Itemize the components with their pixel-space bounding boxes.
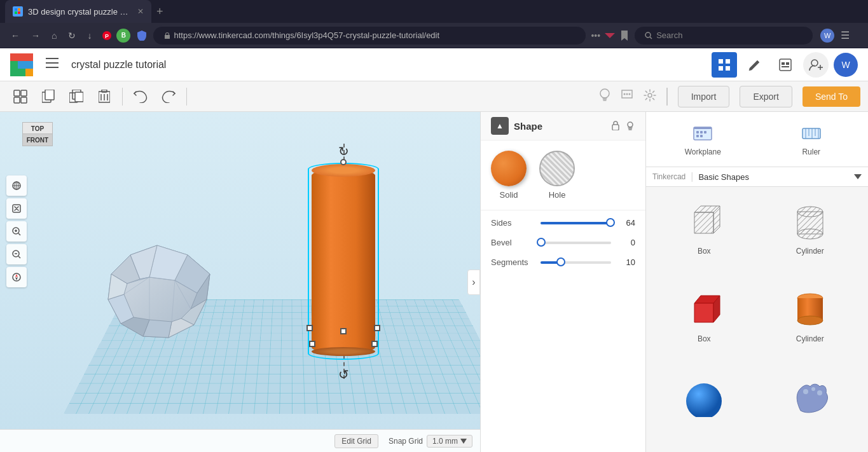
copy-button[interactable]	[36, 84, 61, 109]
scale-handle-center[interactable]	[340, 328, 347, 334]
more-options-button[interactable]: •••	[591, 31, 600, 41]
svg-rect-80	[694, 127, 712, 129]
user-avatar[interactable]: W	[834, 53, 858, 77]
solid-option[interactable]: Solid	[491, 151, 527, 200]
add-user-button[interactable]	[803, 52, 829, 78]
view-cube-front[interactable]: FRONT	[22, 134, 53, 146]
pocket-icon[interactable]	[604, 31, 616, 41]
scale-handle-bottom-left[interactable]	[307, 325, 313, 331]
scale-handle-bottom-right[interactable]	[374, 325, 380, 331]
import-button[interactable]: Import	[678, 86, 730, 107]
tinkercad-logo[interactable]	[10, 53, 33, 76]
bevel-thumb[interactable]	[537, 238, 546, 247]
box-grey-label: Box	[698, 247, 711, 256]
scale-handle-top[interactable]	[340, 159, 347, 165]
fit-view-button[interactable]	[6, 198, 27, 219]
segments-thumb[interactable]	[556, 257, 565, 266]
back-button[interactable]: ←	[8, 29, 23, 42]
segments-slider[interactable]	[541, 261, 611, 264]
3d-viewport[interactable]: ↻ ↺ TOP FRONT	[0, 112, 645, 452]
view-cube-top[interactable]: TOP	[22, 122, 53, 135]
shape-item-cylinder-grey[interactable]: Cylinder	[757, 192, 864, 280]
shape-item-irregular[interactable]	[757, 368, 864, 447]
viewport-footer: Edit Grid Snap Grid 1.0 mm	[0, 429, 480, 452]
svg-rect-12	[726, 59, 730, 64]
hole-option[interactable]: Hole	[539, 151, 575, 200]
library-selector[interactable]: Tinkercad | Basic Shapes	[646, 167, 868, 187]
toolbar-separator-2	[186, 88, 187, 106]
chat-bubble-icon[interactable]	[621, 89, 633, 104]
url-bar[interactable]: https://www.tinkercad.com/things/6Isyl3p…	[153, 27, 586, 45]
shape-item-box-grey[interactable]: Box	[651, 192, 757, 280]
light-shape-icon[interactable]	[625, 120, 635, 132]
new-shape-button[interactable]	[8, 84, 33, 109]
ruler-icon	[800, 122, 823, 145]
rotate-top-handle[interactable]: ↻	[338, 144, 349, 159]
lock-icon	[163, 32, 171, 39]
panel-collapse-arrow[interactable]: ›	[467, 270, 480, 295]
hole-label: Hole	[549, 190, 566, 200]
settings-icon[interactable]	[644, 89, 656, 104]
workplane-tool[interactable]: Workplane	[651, 117, 755, 161]
extension-icon[interactable]: B	[116, 29, 130, 43]
lock-shape-icon[interactable]	[611, 120, 620, 132]
delete-button[interactable]	[92, 84, 117, 109]
library-dropdown-arrow[interactable]	[854, 174, 862, 179]
snap-value-control[interactable]: 1.0 mm	[427, 435, 472, 448]
profile-button[interactable]: W	[820, 29, 834, 43]
scale-handle-bottom-right-2[interactable]	[371, 341, 378, 347]
view-cube[interactable]: TOP FRONT	[13, 122, 64, 173]
shape-item-box-red[interactable]: Box	[651, 280, 757, 367]
ruler-tool[interactable]: Ruler	[760, 117, 864, 161]
segments-label: Segments	[491, 257, 535, 267]
shape-item-cylinder-orange[interactable]: Cylinder	[757, 280, 864, 367]
svg-point-6	[645, 32, 651, 38]
sendto-button[interactable]: Send To	[803, 86, 860, 107]
box-red-preview	[679, 287, 729, 332]
refresh-button[interactable]: ↻	[65, 29, 79, 42]
svg-rect-22	[14, 90, 20, 96]
grid-view-button[interactable]	[712, 52, 737, 78]
shape-controls: Sides 64 Bevel 0	[481, 210, 645, 275]
compass-button[interactable]	[6, 267, 27, 287]
redo-button[interactable]	[156, 84, 181, 109]
gallery-button[interactable]	[773, 52, 798, 78]
svg-rect-11	[719, 59, 723, 64]
new-tab-button[interactable]: +	[156, 5, 163, 18]
search-text: Search	[656, 31, 682, 40]
duplicate-button[interactable]	[64, 84, 89, 109]
shape-item-sphere-blue[interactable]	[651, 368, 757, 447]
bevel-slider[interactable]	[541, 242, 611, 244]
browser-menu-button[interactable]: ☰	[841, 29, 850, 41]
rotate-bottom-handle[interactable]: ↺	[338, 367, 349, 382]
hole-circle	[539, 151, 575, 186]
scale-handle-bottom-left-2[interactable]	[309, 341, 315, 347]
zoom-out-button[interactable]	[6, 244, 27, 264]
zoom-in-button[interactable]	[6, 221, 27, 242]
sides-slider[interactable]	[541, 222, 611, 224]
selected-cylinder[interactable]: ↻ ↺	[312, 169, 375, 353]
search-box[interactable]: Search	[635, 27, 813, 45]
sphere-blue-preview	[679, 376, 729, 420]
bookmark-icon[interactable]	[619, 31, 630, 41]
export-button[interactable]: Export	[740, 86, 792, 107]
home-button[interactable]: ⌂	[48, 29, 60, 42]
active-tab[interactable]: 3D design crystal puzzle tutoria... ✕	[5, 0, 151, 23]
undo-button[interactable]	[128, 84, 153, 109]
svg-point-38	[626, 93, 628, 95]
cylinder-orange-preview	[785, 287, 836, 332]
shape-collapse-button[interactable]: ▲	[491, 117, 509, 135]
forward-button[interactable]: →	[28, 29, 43, 42]
edit-view-button[interactable]	[742, 52, 768, 78]
workplane-icon	[691, 122, 714, 145]
app-menu-button[interactable]	[43, 55, 61, 74]
sides-thumb[interactable]	[606, 218, 615, 227]
edit-grid-button[interactable]: Edit Grid	[334, 434, 378, 448]
bevel-value: 0	[616, 238, 635, 247]
tab-close-button[interactable]: ✕	[137, 7, 144, 16]
download-button[interactable]: ↓	[84, 29, 95, 42]
home-view-button[interactable]	[6, 175, 27, 196]
light-bulb-icon[interactable]	[599, 88, 610, 105]
svg-point-39	[628, 93, 630, 95]
crystal-rock[interactable]	[99, 242, 216, 341]
